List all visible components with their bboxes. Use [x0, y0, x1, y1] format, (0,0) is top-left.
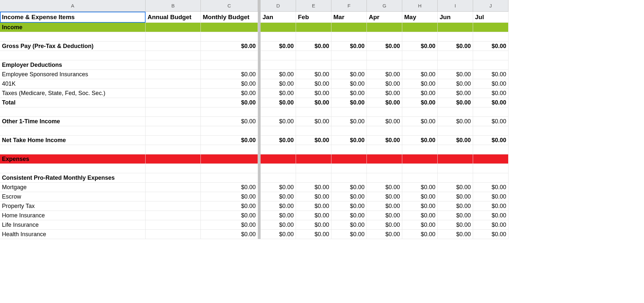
cell-D11[interactable]	[261, 107, 296, 117]
cell-C1[interactable]: Monthly Budget	[201, 12, 258, 23]
cell-G13[interactable]	[367, 126, 402, 136]
cell-B22[interactable]	[146, 211, 201, 220]
cell-J3[interactable]	[473, 32, 509, 42]
cell-I16[interactable]	[438, 154, 473, 164]
cell-G17[interactable]	[367, 164, 402, 173]
cell-I12[interactable]: $0.00	[438, 117, 473, 126]
cell-C18[interactable]	[201, 173, 258, 183]
cell-I15[interactable]	[438, 145, 473, 154]
cell-F7[interactable]: $0.00	[331, 70, 367, 79]
cell-D10[interactable]: $0.00	[261, 98, 296, 107]
cell-D9[interactable]: $0.00	[261, 89, 296, 98]
cell-H11[interactable]	[402, 107, 438, 117]
cell-J15[interactable]	[473, 145, 509, 154]
cell-G23[interactable]: $0.00	[367, 220, 402, 230]
cell-B6[interactable]	[146, 60, 201, 70]
cell-B24[interactable]	[146, 230, 201, 239]
cell-E11[interactable]	[296, 107, 331, 117]
cell-D6[interactable]	[261, 60, 296, 70]
cell-D2[interactable]	[261, 23, 296, 32]
cell-B10[interactable]	[146, 98, 201, 107]
cell-J12[interactable]: $0.00	[473, 117, 509, 126]
cell-I6[interactable]	[438, 60, 473, 70]
cell-J19[interactable]: $0.00	[473, 183, 509, 192]
cell-J24[interactable]: $0.00	[473, 230, 509, 239]
cell-B14[interactable]	[146, 136, 201, 145]
cell-D18[interactable]	[261, 173, 296, 183]
cell-C7[interactable]: $0.00	[201, 70, 258, 79]
cell-I14[interactable]: $0.00	[438, 136, 473, 145]
cell-F15[interactable]	[331, 145, 367, 154]
col-header-J[interactable]: J	[473, 0, 509, 12]
cell-F2[interactable]	[331, 23, 367, 32]
cell-G15[interactable]	[367, 145, 402, 154]
cell-C11[interactable]	[201, 107, 258, 117]
cell-I24[interactable]: $0.00	[438, 230, 473, 239]
cell-H12[interactable]: $0.00	[402, 117, 438, 126]
cell-B13[interactable]	[146, 126, 201, 136]
cell-I7[interactable]: $0.00	[438, 70, 473, 79]
cell-E21[interactable]: $0.00	[296, 201, 331, 211]
spreadsheet-grid[interactable]: A B C D E F G H I J Income & Expense Ite…	[0, 0, 644, 239]
cell-G7[interactable]: $0.00	[367, 70, 402, 79]
col-header-E[interactable]: E	[296, 0, 331, 12]
cell-B12[interactable]	[146, 117, 201, 126]
cell-A14[interactable]: Net Take Home Income	[0, 136, 146, 145]
cell-A2[interactable]: Income	[0, 23, 146, 32]
cell-G3[interactable]	[367, 32, 402, 42]
cell-B1[interactable]: Annual Budget	[146, 12, 201, 23]
cell-J10[interactable]: $0.00	[473, 98, 509, 107]
cell-J23[interactable]: $0.00	[473, 220, 509, 230]
cell-G1[interactable]: Apr	[367, 12, 402, 23]
cell-H23[interactable]: $0.00	[402, 220, 438, 230]
cell-D12[interactable]: $0.00	[261, 117, 296, 126]
cell-C2[interactable]	[201, 23, 258, 32]
col-header-D[interactable]: D	[261, 0, 296, 12]
cell-A15[interactable]	[0, 145, 146, 154]
cell-C12[interactable]: $0.00	[201, 117, 258, 126]
cell-A11[interactable]	[0, 107, 146, 117]
cell-D23[interactable]: $0.00	[261, 220, 296, 230]
col-header-I[interactable]: I	[438, 0, 473, 12]
cell-E4[interactable]: $0.00	[296, 42, 331, 51]
cell-I5[interactable]	[438, 51, 473, 60]
cell-I17[interactable]	[438, 164, 473, 173]
cell-A21[interactable]: Property Tax	[0, 201, 146, 211]
cell-H8[interactable]: $0.00	[402, 79, 438, 89]
cell-J7[interactable]: $0.00	[473, 70, 509, 79]
cell-F20[interactable]: $0.00	[331, 192, 367, 201]
cell-E9[interactable]: $0.00	[296, 89, 331, 98]
cell-H24[interactable]: $0.00	[402, 230, 438, 239]
cell-G16[interactable]	[367, 154, 402, 164]
cell-H21[interactable]: $0.00	[402, 201, 438, 211]
cell-D22[interactable]: $0.00	[261, 211, 296, 220]
cell-H1[interactable]: May	[402, 12, 438, 23]
cell-E2[interactable]	[296, 23, 331, 32]
cell-G20[interactable]: $0.00	[367, 192, 402, 201]
cell-D14[interactable]: $0.00	[261, 136, 296, 145]
cell-D8[interactable]: $0.00	[261, 79, 296, 89]
cell-A19[interactable]: Mortgage	[0, 183, 146, 192]
cell-J1[interactable]: Jul	[473, 12, 509, 23]
cell-E15[interactable]	[296, 145, 331, 154]
cell-E13[interactable]	[296, 126, 331, 136]
cell-E14[interactable]: $0.00	[296, 136, 331, 145]
cell-F16[interactable]	[331, 154, 367, 164]
cell-H17[interactable]	[402, 164, 438, 173]
cell-A23[interactable]: Life Insurance	[0, 220, 146, 230]
cell-G4[interactable]: $0.00	[367, 42, 402, 51]
cell-D17[interactable]	[261, 164, 296, 173]
cell-E3[interactable]	[296, 32, 331, 42]
cell-H2[interactable]	[402, 23, 438, 32]
cell-F8[interactable]: $0.00	[331, 79, 367, 89]
cell-B18[interactable]	[146, 173, 201, 183]
cell-D5[interactable]	[261, 51, 296, 60]
cell-E6[interactable]	[296, 60, 331, 70]
cell-I1[interactable]: Jun	[438, 12, 473, 23]
cell-J11[interactable]	[473, 107, 509, 117]
cell-J5[interactable]	[473, 51, 509, 60]
cell-I23[interactable]: $0.00	[438, 220, 473, 230]
cell-B20[interactable]	[146, 192, 201, 201]
cell-F19[interactable]: $0.00	[331, 183, 367, 192]
cell-J22[interactable]: $0.00	[473, 211, 509, 220]
